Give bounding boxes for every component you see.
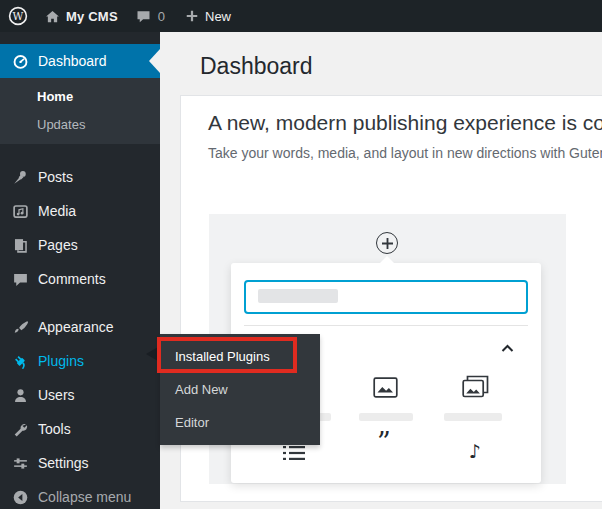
plug-icon (10, 351, 30, 371)
sidebar-item-label: Settings (38, 455, 89, 471)
new-content-button[interactable]: New (185, 0, 231, 32)
submenu-item-home[interactable]: Home (0, 82, 160, 110)
submenu-item-updates[interactable]: Updates (0, 110, 160, 138)
collapse-arrow-icon (10, 487, 30, 507)
dashboard-icon (10, 51, 30, 71)
welcome-subtitle: Take your words, media, and layout in ne… (208, 145, 602, 161)
wrench-icon (10, 419, 30, 439)
user-icon (10, 385, 30, 405)
block-search-input[interactable] (244, 280, 528, 314)
sidebar-item-label: Appearance (38, 319, 114, 335)
comments-icon (10, 269, 30, 289)
sidebar-item-settings[interactable]: Settings (0, 446, 160, 480)
plugins-flyout-menu: Installed Plugins Add New Editor (160, 334, 320, 445)
sliders-icon (10, 453, 30, 473)
sidebar-item-label: Dashboard (38, 53, 107, 69)
wordpress-logo-icon[interactable]: W (8, 0, 28, 32)
sidebar-item-label: Comments (38, 271, 106, 287)
home-icon (45, 9, 60, 24)
sidebar-item-posts[interactable]: Posts (0, 160, 160, 194)
sidebar-item-label: Tools (38, 421, 71, 437)
image-block-icon[interactable] (373, 377, 398, 402)
sidebar-item-label: Plugins (38, 353, 84, 369)
comment-count: 0 (158, 9, 165, 24)
site-menu[interactable]: My CMS (45, 0, 118, 32)
flyout-item-add-new[interactable]: Add New (160, 373, 320, 406)
welcome-title: A new, modern publishing experience is c… (208, 111, 602, 135)
sidebar-item-label: Pages (38, 237, 78, 253)
pages-icon (10, 235, 30, 255)
dashboard-submenu: Home Updates (0, 78, 160, 144)
current-menu-arrow (149, 49, 160, 73)
sidebar-item-users[interactable]: Users (0, 378, 160, 412)
block-label-bar (359, 413, 413, 421)
page-title: Dashboard (160, 32, 602, 82)
sidebar-item-label: Posts (38, 169, 73, 185)
sidebar-item-media[interactable]: Media (0, 194, 160, 228)
admin-bar: W My CMS 0 New (0, 0, 602, 32)
card-notch (380, 256, 394, 263)
media-icon (10, 201, 30, 221)
new-label: New (205, 9, 231, 24)
collapse-menu-button[interactable]: Collapse menu (0, 480, 160, 509)
sidebar-item-dashboard[interactable]: Dashboard (0, 44, 160, 78)
plus-icon (185, 9, 199, 23)
sidebar-item-tools[interactable]: Tools (0, 412, 160, 446)
chevron-up-icon[interactable] (501, 339, 514, 357)
sidebar-item-plugins[interactable]: Plugins (0, 344, 160, 378)
comment-bubble-icon (136, 9, 151, 24)
add-block-icon (376, 232, 398, 254)
collapse-menu-label: Collapse menu (38, 489, 131, 505)
flyout-item-editor[interactable]: Editor (160, 406, 320, 439)
sidebar-item-appearance[interactable]: Appearance (0, 310, 160, 344)
paintbrush-icon (10, 317, 30, 337)
sidebar-item-pages[interactable]: Pages (0, 228, 160, 262)
quote-block-icon[interactable]: ” (377, 429, 391, 456)
sidebar-item-label: Users (38, 387, 75, 403)
admin-sidebar: Dashboard Home Updates Posts (0, 32, 160, 509)
flyout-arrow (146, 347, 158, 361)
svg-text:W: W (13, 10, 24, 22)
pushpin-icon (10, 167, 30, 187)
sidebar-separator (0, 144, 160, 160)
audio-block-icon[interactable]: ♪ (469, 442, 481, 461)
sidebar-item-label: Media (38, 203, 76, 219)
divider (244, 325, 528, 326)
sidebar-separator (0, 296, 160, 310)
comments-shortcut[interactable]: 0 (136, 0, 165, 32)
block-label-bar (444, 413, 502, 421)
placeholder-bar (258, 289, 338, 303)
list-block-icon[interactable] (283, 445, 305, 465)
site-name: My CMS (66, 9, 118, 24)
sidebar-item-comments[interactable]: Comments (0, 262, 160, 296)
flyout-item-installed-plugins[interactable]: Installed Plugins (160, 340, 320, 373)
gallery-block-icon[interactable] (462, 375, 489, 402)
